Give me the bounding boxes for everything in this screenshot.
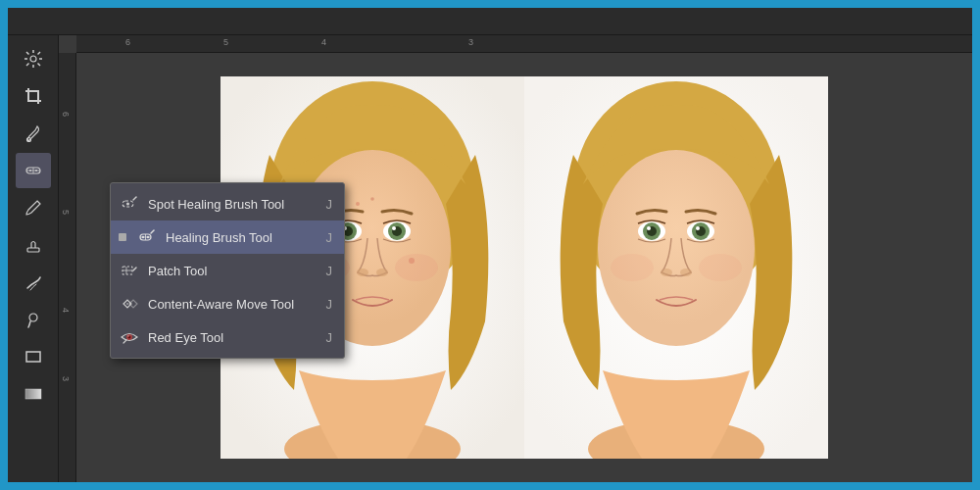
svg-point-13 — [29, 170, 31, 172]
dodge-tool[interactable] — [16, 302, 51, 337]
menu-item-spot-healing[interactable]: Spot Healing Brush Tool J — [111, 187, 344, 220]
menu-item-patch[interactable]: Patch Tool J — [111, 254, 344, 287]
healing-brush-icon — [136, 226, 158, 248]
crop-tool[interactable] — [16, 78, 51, 114]
eyedropper-tool[interactable] — [16, 116, 51, 151]
svg-line-7 — [26, 64, 29, 67]
menu-bullet-healing-brush — [119, 233, 126, 241]
svg-point-8 — [30, 56, 36, 62]
svg-point-72 — [127, 335, 128, 336]
svg-point-49 — [598, 150, 755, 346]
svg-line-5 — [37, 64, 40, 67]
healing-brush-tool[interactable] — [16, 153, 51, 188]
svg-point-32 — [357, 269, 368, 276]
main-area: 6 5 4 3 6 5 4 3 SHUT — [8, 35, 972, 482]
ruler-left: 6 5 4 3 — [59, 53, 76, 482]
patch-icon — [119, 260, 140, 281]
patch-label: Patch Tool — [148, 264, 299, 278]
content-aware-shortcut: J — [326, 297, 333, 312]
svg-point-33 — [376, 269, 388, 276]
svg-point-68 — [147, 236, 149, 238]
ruler-left-6: 6 — [61, 112, 71, 117]
magic-wand-tool[interactable] — [16, 41, 51, 76]
svg-point-45 — [395, 254, 438, 281]
spot-healing-label: Spot Healing Brush Tool — [148, 197, 299, 212]
tool-context-menu: Spot Healing Brush Tool J — [110, 182, 345, 359]
red-eye-label: Red Eye Tool — [148, 330, 299, 345]
svg-rect-15 — [27, 248, 39, 252]
menu-item-healing-brush[interactable]: Healing Brush Tool J — [111, 220, 344, 254]
face-after-svg — [524, 76, 828, 459]
menu-item-red-eye[interactable]: Red Eye Tool J — [111, 320, 344, 354]
svg-point-53 — [647, 226, 651, 230]
spot-healing-shortcut: J — [326, 197, 333, 212]
rectangle-tool[interactable] — [16, 339, 51, 374]
svg-line-6 — [37, 52, 40, 55]
ruler-label-6: 6 — [125, 37, 130, 47]
gradient-tool[interactable] — [16, 376, 51, 412]
svg-rect-17 — [26, 352, 40, 362]
ruler-label-4: 4 — [321, 37, 326, 47]
content-aware-icon — [119, 293, 140, 315]
svg-rect-18 — [25, 389, 41, 399]
svg-point-58 — [661, 269, 672, 276]
patch-shortcut: J — [326, 264, 333, 278]
ruler-left-5: 5 — [61, 210, 71, 215]
spot-healing-icon — [119, 193, 140, 215]
ruler-top: 6 5 4 3 — [76, 35, 972, 53]
svg-point-43 — [370, 197, 374, 201]
red-eye-icon — [119, 326, 140, 348]
svg-point-42 — [356, 202, 360, 206]
photo-after: SHUTTERSTOCK — [524, 76, 828, 459]
svg-point-61 — [699, 254, 742, 281]
canvas-container: 6 5 4 3 6 5 4 3 SHUT — [59, 35, 972, 482]
ruler-left-3: 3 — [61, 376, 71, 381]
svg-point-14 — [35, 170, 37, 172]
app-window: 6 5 4 3 6 5 4 3 SHUT — [8, 8, 972, 482]
healing-brush-shortcut: J — [326, 230, 333, 245]
svg-point-59 — [680, 269, 692, 276]
svg-point-63 — [126, 203, 129, 206]
svg-point-67 — [142, 236, 144, 238]
top-bar — [8, 8, 972, 35]
ruler-label-5: 5 — [223, 37, 228, 47]
svg-point-57 — [696, 226, 700, 230]
ruler-label-3: 3 — [468, 37, 473, 47]
ruler-left-4: 4 — [61, 308, 71, 313]
content-aware-label: Content-Aware Move Tool — [148, 297, 299, 312]
svg-point-16 — [29, 314, 37, 321]
smudge-tool[interactable] — [16, 265, 51, 300]
svg-point-60 — [611, 254, 654, 281]
menu-item-content-aware[interactable]: Content-Aware Move Tool J — [111, 287, 344, 320]
svg-point-31 — [392, 226, 396, 230]
red-eye-shortcut: J — [326, 330, 333, 345]
healing-brush-label: Healing Brush Tool — [166, 230, 299, 245]
toolbar — [8, 35, 59, 482]
svg-line-4 — [26, 52, 29, 55]
stamp-tool[interactable] — [16, 227, 51, 263]
brush-tool[interactable] — [16, 190, 51, 225]
